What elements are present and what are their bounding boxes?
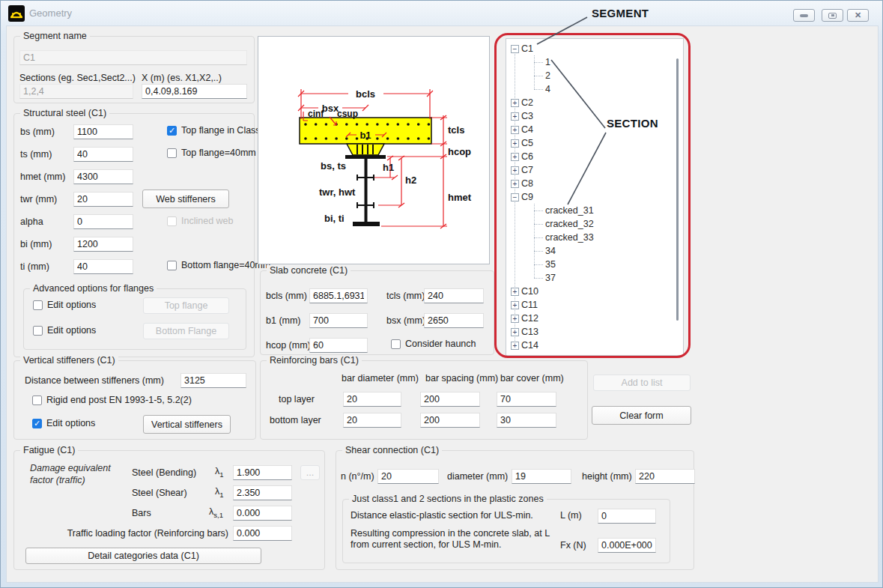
top-layer-cover-field[interactable] [497,392,556,407]
hcop-field[interactable] [309,338,368,353]
tree-item-C11[interactable]: +C11 [506,298,683,312]
bcls-field[interactable] [309,288,368,303]
bsx-field[interactable] [424,313,484,328]
stud-diameter-field[interactable] [512,469,571,484]
tree-item-C2[interactable]: +C2 [506,96,683,109]
traffic-loading-field[interactable] [233,526,292,541]
tree-item-C10[interactable]: +C10 [506,285,683,298]
tree-item-C12[interactable]: +C12 [506,312,683,325]
top-flange-40-checkbox-box[interactable] [167,148,177,158]
clear-form-button[interactable]: Clear form [592,406,691,425]
stiffener-distance-field[interactable] [180,373,246,388]
tcls-field[interactable] [424,288,484,303]
edit-options-top-checkbox-box[interactable] [33,300,43,310]
collapse-icon[interactable]: − [511,193,519,201]
tree-item-C8[interactable]: +C8 [506,177,683,190]
tree-scrollbar-thumb[interactable] [676,58,679,321]
consider-haunch-checkbox-box[interactable] [391,339,401,349]
b1-field[interactable] [309,313,368,328]
top-flange-class1-checkbox[interactable]: Top flange in Class 1 [167,125,268,136]
shear-connection-group-title: Shear connection (C1) [342,445,442,455]
Fx-field[interactable] [598,538,656,553]
edit-options-bottom-checkbox-box[interactable] [33,326,43,336]
segment-tree[interactable]: −C1124+C2+C3+C4+C5+C6+C7+C8−C9cracked_31… [506,38,684,356]
lambda-bending-field[interactable] [233,465,292,480]
expand-icon[interactable]: + [511,139,519,148]
expand-icon[interactable]: + [511,99,519,107]
ts-field[interactable] [73,147,133,162]
bottom-layer-label: bottom layer [270,415,321,425]
edit-options-top-checkbox[interactable]: Edit options [33,300,96,310]
minimize-icon [800,14,808,17]
top-flange-40-checkbox[interactable]: Top flange=40mm [167,148,256,158]
twr-field[interactable] [73,192,133,207]
lambda-shear-field[interactable] [233,485,292,500]
tree-item-cracked_32[interactable]: cracked_32 [506,217,683,231]
bcls-label: bcls (mm) [266,291,307,301]
stud-height-field[interactable] [635,469,695,484]
vertical-stiffeners-button[interactable]: Vertical stiffeners [143,415,231,434]
bottom-layer-cover-field[interactable] [497,413,556,428]
vs-edit-options-checkbox[interactable]: Edit options [32,418,95,428]
hmet-label: hmet (mm) [20,172,65,182]
edit-options-bottom-checkbox[interactable]: Edit options [33,325,96,336]
tree-item-cracked_31[interactable]: cracked_31 [506,204,683,217]
expand-icon[interactable]: + [511,153,519,161]
detail-categories-button[interactable]: Detail categories data (C1) [25,548,261,564]
tree-item-C6[interactable]: +C6 [506,150,683,163]
title-bar[interactable]: Geometry ✕ [1,1,882,25]
steel-shear-label: Steel (Shear) [132,488,187,498]
expand-icon[interactable]: + [511,166,519,175]
expand-icon[interactable]: + [511,126,519,134]
vs-edit-options-checkbox-box[interactable] [32,419,42,428]
tree-item-C1[interactable]: −C1 [506,42,683,55]
bottom-flange-40-checkbox-box[interactable] [167,261,177,270]
top-layer-diameter-field[interactable] [343,392,401,407]
tree-item-C9[interactable]: −C9 [506,190,683,204]
hmet-field[interactable] [73,169,133,184]
ti-field[interactable] [73,259,133,274]
twr-label: twr (mm) [20,194,57,204]
expand-icon[interactable]: + [511,288,519,296]
x-positions-field[interactable] [142,84,247,99]
top-flange-class1-checkbox-box[interactable] [167,126,177,136]
bi-field[interactable] [73,237,133,252]
tree-item-34[interactable]: 34 [506,244,683,258]
segment-name-field [19,50,247,65]
tree-item-C13[interactable]: +C13 [506,325,683,339]
web-stiffeners-button[interactable]: Web stiffeners [142,190,229,208]
x-positions-label: X (m) (es. X1,X2,..) [142,73,222,83]
expand-icon[interactable]: + [511,328,519,336]
expand-icon[interactable]: + [511,315,519,323]
tree-item-37[interactable]: 37 [506,271,683,285]
rigid-end-post-checkbox[interactable]: Rigid end post EN 1993-1-5, 5.2(2) [32,395,192,405]
tree-item-C5[interactable]: +C5 [506,136,683,150]
lambda-bars-field[interactable] [233,506,292,521]
expand-icon[interactable]: + [511,301,519,309]
tree-item-cracked_33[interactable]: cracked_33 [506,231,683,244]
slab-concrete-group-title: Slab concrete (C1) [267,265,351,276]
tree-item-C7[interactable]: +C7 [506,163,683,177]
consider-haunch-checkbox[interactable]: Consider haunch [391,339,476,349]
tree-item-C14[interactable]: +C14 [506,339,683,352]
maximize-button[interactable] [822,9,843,22]
close-button[interactable]: ✕ [847,9,869,22]
n-field[interactable] [377,469,439,484]
rigid-end-post-checkbox-box[interactable] [32,395,42,405]
expand-icon[interactable]: + [511,180,519,188]
tree-item-1[interactable]: 1 [506,55,683,69]
expand-icon[interactable]: + [511,112,519,121]
bs-field[interactable] [73,124,133,139]
tree-item-35[interactable]: 35 [506,258,683,271]
tree-item-2[interactable]: 2 [506,69,683,82]
bottom-flange-40-checkbox[interactable]: Bottom flange=40mm [167,260,270,270]
top-layer-spacing-field[interactable] [420,392,480,407]
bottom-layer-spacing-field[interactable] [420,413,480,428]
bottom-layer-diameter-field[interactable] [343,413,401,428]
minimize-button[interactable] [793,9,815,22]
expand-icon[interactable]: + [511,342,519,350]
L-field[interactable] [598,509,656,524]
tree-item-4[interactable]: 4 [506,82,683,96]
alpha-field[interactable] [73,214,133,229]
collapse-icon[interactable]: − [511,45,519,53]
